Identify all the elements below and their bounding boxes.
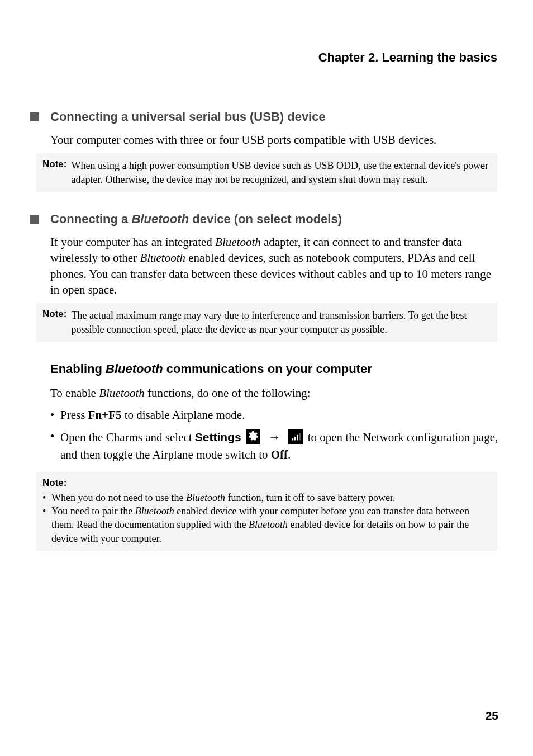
li-italic: Bluetooth <box>186 492 225 503</box>
body-italic: Bluetooth <box>215 235 261 249</box>
intro-part: functions, do one of the following: <box>145 386 311 400</box>
intro-italic: Bluetooth <box>99 386 145 400</box>
note-list-final: • When you do not need to use the Blueto… <box>42 491 491 545</box>
svg-rect-5 <box>297 435 299 441</box>
body-part: If your computer has an integrated <box>50 235 215 249</box>
svg-rect-3 <box>292 438 294 440</box>
body-italic: Bluetooth <box>140 251 185 264</box>
signal-icon <box>288 429 303 444</box>
list-item-content: Open the Charms and select Settings → to… <box>60 428 503 464</box>
note-text-usb: When using a high power consumption USB … <box>71 159 491 186</box>
bullet-icon: • <box>50 428 60 446</box>
body-list-enabling: • Press Fn+F5 to disable Airplane mode. … <box>50 407 503 464</box>
section-heading-bluetooth: Connecting a Bluetooth device (on select… <box>30 212 503 226</box>
li-italic: Bluetooth <box>249 519 288 530</box>
heading-part: Enabling <box>50 362 106 376</box>
list-item: • Open the Charms and select Settings → … <box>50 428 503 464</box>
page-container: Chapter 2. Learning the basics Connectin… <box>0 0 533 756</box>
title-italic: Bluetooth <box>131 212 189 226</box>
intro-part: To enable <box>50 386 99 400</box>
li-bold: Fn+F5 <box>88 408 122 422</box>
note-label: Note: <box>42 309 71 320</box>
note-box-final: Note: • When you do not need to use the … <box>36 472 497 551</box>
list-item: • You need to pair the Bluetooth enabled… <box>42 504 491 545</box>
title-part: Connecting a <box>50 212 131 226</box>
li-part: . <box>288 448 291 461</box>
bullet-icon: • <box>42 504 51 545</box>
list-item: • When you do not need to use the Blueto… <box>42 491 491 504</box>
section-usb: Connecting a universal serial bus (USB) … <box>30 110 503 192</box>
note-text-bluetooth: The actual maximum range may vary due to… <box>71 309 491 336</box>
list-item: • Press Fn+F5 to disable Airplane mode. <box>50 407 503 424</box>
note-label: Note: <box>42 159 71 170</box>
heading-italic: Bluetooth <box>106 362 163 376</box>
svg-rect-4 <box>294 437 296 441</box>
list-item-content: When you do not need to use the Bluetoot… <box>51 491 396 504</box>
square-bullet-icon <box>30 215 39 224</box>
li-part: Open the Charms and select <box>60 431 195 444</box>
li-part: You need to pair the <box>51 505 135 517</box>
sub-heading-enabling: Enabling Bluetooth communications on you… <box>50 362 503 376</box>
section-heading-usb: Connecting a universal serial bus (USB) … <box>30 110 503 124</box>
li-italic: Bluetooth <box>135 505 174 517</box>
li-part: When you do not need to use the <box>51 492 186 503</box>
section-bluetooth: Connecting a Bluetooth device (on select… <box>30 212 503 342</box>
svg-rect-6 <box>299 433 301 440</box>
list-item-content: Press Fn+F5 to disable Airplane mode. <box>60 407 503 424</box>
bullet-icon: • <box>42 491 51 504</box>
li-part: Press <box>60 408 88 422</box>
li-part: function, turn it off to save battery po… <box>225 492 396 503</box>
bullet-icon: • <box>50 407 60 424</box>
note-box-usb: Note: When using a high power consumptio… <box>36 153 497 192</box>
li-settings-label: Settings <box>195 431 241 443</box>
li-off-label: Off <box>271 448 288 461</box>
square-bullet-icon <box>30 112 39 121</box>
body-text-usb: Your computer comes with three or four U… <box>50 132 497 148</box>
body-text-enabling: To enable Bluetooth functions, do one of… <box>50 385 497 401</box>
gear-icon <box>246 429 260 444</box>
note-box-bluetooth: Note: The actual maximum range may vary … <box>36 303 497 342</box>
li-part: to disable Airplane mode. <box>121 408 245 422</box>
heading-part: communications on your computer <box>163 362 372 376</box>
section-title-bluetooth: Connecting a Bluetooth device (on select… <box>50 212 342 226</box>
title-part: device (on select models) <box>189 212 342 226</box>
list-item-content: You need to pair the Bluetooth enabled d… <box>51 504 491 545</box>
page-number: 25 <box>486 709 498 722</box>
arrow-icon: → <box>268 430 280 444</box>
chapter-header: Chapter 2. Learning the basics <box>30 50 503 65</box>
section-title-usb: Connecting a universal serial bus (USB) … <box>50 110 326 124</box>
note-label: Note: <box>42 478 491 489</box>
body-text-bluetooth: If your computer has an integrated Bluet… <box>50 234 497 297</box>
